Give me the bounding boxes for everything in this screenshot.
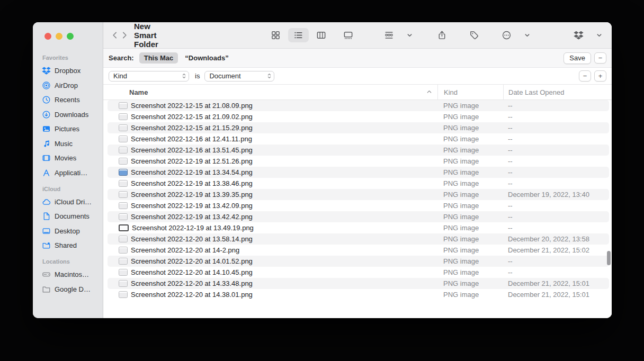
search-label: Search:	[109, 54, 134, 62]
file-kind: PNG image	[437, 224, 503, 232]
table-row[interactable]: Screenshot 2022-12-15 at 21.08.09.png PN…	[103, 100, 612, 111]
sidebar-section-label: Favorites	[38, 49, 100, 63]
more-actions-button[interactable]	[496, 28, 517, 42]
gallery-view-button[interactable]	[338, 28, 359, 42]
dropbox-toolbar-button[interactable]	[568, 28, 589, 42]
sidebar-item-google-d[interactable]: Google D…	[38, 282, 100, 296]
remove-criterion-button[interactable]: −	[579, 70, 591, 82]
chevron-down-icon[interactable]	[399, 28, 420, 42]
sidebar-item-label: Dropbox	[55, 67, 80, 75]
table-row[interactable]: Screenshot 2022-12-20 at 14-2.png PNG im…	[103, 245, 612, 256]
table-row[interactable]: Screenshot 2022-12-16 at 13.51.45.png PN…	[103, 145, 612, 156]
macintosh-hd-icon	[41, 270, 51, 279]
file-thumbnail-icon	[119, 269, 128, 276]
file-thumbnail-icon	[119, 158, 128, 165]
table-row[interactable]: Screenshot 2022-12-19 at 13.38.46.png PN…	[103, 178, 612, 189]
file-name: Screenshot 2022-12-20 at 14.01.52.png	[131, 257, 253, 265]
sidebar-item-downloads[interactable]: Downloads	[38, 107, 100, 121]
sidebar-item-label: Shared	[55, 241, 77, 249]
file-name: Screenshot 2022-12-20 at 13.58.14.png	[131, 235, 253, 243]
file-date-last-opened: December 19, 2022, 13:40	[503, 191, 612, 198]
file-thumbnail-icon	[119, 236, 128, 242]
sidebar-item-pictures[interactable]: Pictures	[38, 122, 100, 136]
sidebar-item-shared[interactable]: Shared	[38, 239, 100, 252]
column-header-name[interactable]: Name	[103, 85, 437, 100]
save-button[interactable]: Save	[564, 52, 591, 64]
table-row[interactable]: Screenshot 2022-12-20 at 14.01.52.png PN…	[103, 256, 612, 267]
table-row[interactable]: Screenshot 2022-12-19 at 13.42.09.png PN…	[103, 200, 612, 211]
table-row[interactable]: Screenshot 2022-12-20 at 14.10.45.png PN…	[103, 267, 612, 278]
sidebar-item-movies[interactable]: Movies	[38, 151, 100, 165]
sidebar-item-music[interactable]: Music	[38, 137, 100, 150]
dropbox-icon	[41, 66, 51, 76]
file-name: Screenshot 2022-12-19 at 13.39.35.png	[131, 191, 253, 198]
file-thumbnail-icon	[119, 247, 128, 254]
stepper-icon	[267, 73, 272, 79]
share-button[interactable]	[432, 28, 452, 42]
window-controls	[33, 22, 103, 45]
sidebar-item-recents[interactable]: Recents	[38, 93, 100, 107]
file-kind: PNG image	[437, 202, 503, 210]
vertical-scrollbar[interactable]	[607, 251, 611, 265]
add-criterion-button[interactable]: +	[594, 70, 606, 82]
collapse-criteria-button[interactable]: −	[594, 52, 606, 64]
table-row[interactable]: Screenshot 2022-12-19 at 13.39.35.png PN…	[103, 189, 612, 200]
toolbar: New Smart Folder	[103, 22, 612, 49]
back-button[interactable]	[111, 29, 120, 42]
table-row[interactable]: Screenshot 2022-12-15 at 21.15.29.png PN…	[103, 122, 612, 133]
zoom-button[interactable]	[67, 33, 74, 40]
search-scope-bar: Search: This Mac “Downloads” Save −	[103, 49, 612, 68]
sidebar-item-desktop[interactable]: Desktop	[38, 224, 100, 238]
sidebar-item-airdrop[interactable]: AirDrop	[38, 78, 100, 92]
minimize-button[interactable]	[56, 33, 62, 40]
file-name-cell: Screenshot 2022-12-19 at 13.42.09.png	[103, 202, 437, 210]
recents-icon	[41, 95, 51, 105]
sidebar-item-label: Music	[55, 140, 73, 148]
attribute-select-value: Kind	[113, 72, 182, 80]
column-header-kind[interactable]: Kind	[437, 85, 503, 100]
tag-button[interactable]	[464, 28, 485, 42]
sidebar-item-documents[interactable]: Documents	[38, 210, 100, 223]
sidebar-item-macintos[interactable]: Macintos…	[38, 268, 100, 282]
column-header-date[interactable]: Date Last Opened	[503, 85, 612, 100]
chevron-down-icon[interactable]	[517, 28, 538, 42]
column-view-button[interactable]	[311, 28, 332, 42]
scope-this-mac-button[interactable]: This Mac	[139, 52, 178, 64]
file-name: Screenshot 2022-12-19 at 13.42.42.png	[131, 213, 253, 221]
file-name-cell: Screenshot 2022-12-19 at 12.51.26.png	[103, 157, 437, 165]
attribute-select[interactable]: Kind	[109, 71, 189, 82]
value-select[interactable]: Document	[204, 71, 274, 82]
table-row[interactable]: Screenshot 2022-12-19 at 13.34.54.png PN…	[103, 167, 612, 178]
table-row[interactable]: Screenshot 2022-12-20 at 14.38.01.png PN…	[103, 289, 612, 300]
list-view-button[interactable]	[288, 28, 309, 42]
sidebar-item-label: Applicati…	[55, 169, 87, 177]
file-list: Screenshot 2022-12-15 at 21.08.09.png PN…	[103, 100, 612, 318]
table-row[interactable]: Screenshot 2022-12-19 at 13.42.42.png PN…	[103, 211, 612, 222]
group-by-button[interactable]	[379, 28, 399, 42]
table-row[interactable]: Screenshot 2022-12-20 at 13.58.14.png PN…	[103, 233, 612, 245]
sidebar-item-label: Desktop	[55, 227, 80, 235]
view-switcher	[265, 28, 359, 42]
icon-view-button[interactable]	[265, 28, 286, 42]
chevron-down-icon[interactable]	[589, 28, 610, 42]
toolbar-actions	[379, 28, 612, 42]
sidebar-sections: Favorites DropboxAirDropRecentsDownloads…	[33, 45, 103, 297]
table-row[interactable]: Screenshot 2022-12-19 at 12.51.26.png PN…	[103, 156, 612, 167]
forward-button[interactable]	[120, 29, 129, 42]
close-button[interactable]	[44, 33, 51, 40]
file-name: Screenshot 2022-12-19 at 13.42.09.png	[131, 202, 253, 210]
table-row[interactable]: Screenshot 2022-12-20 at 14.33.48.png PN…	[103, 278, 612, 289]
sidebar-item-icloud-dri[interactable]: iCloud Dri…	[38, 195, 100, 209]
sidebar-item-dropbox[interactable]: Dropbox	[38, 64, 100, 78]
table-row[interactable]: Screenshot 2022-12-15 at 21.09.02.png PN…	[103, 111, 612, 122]
file-kind: PNG image	[437, 157, 503, 165]
sidebar-item-applicati[interactable]: Applicati…	[38, 166, 100, 179]
table-row[interactable]: Screenshot 2022-12-19 at 13.49.19.png PN…	[103, 222, 612, 233]
file-kind: PNG image	[437, 146, 503, 154]
file-thumbnail-icon	[119, 258, 128, 265]
file-name: Screenshot 2022-12-20 at 14.33.48.png	[131, 279, 253, 287]
file-date-last-opened: --	[503, 202, 612, 210]
file-thumbnail-icon	[119, 147, 128, 154]
sidebar-item-label: Macintos…	[55, 270, 89, 278]
table-row[interactable]: Screenshot 2022-12-16 at 12.41.11.png PN…	[103, 133, 612, 145]
